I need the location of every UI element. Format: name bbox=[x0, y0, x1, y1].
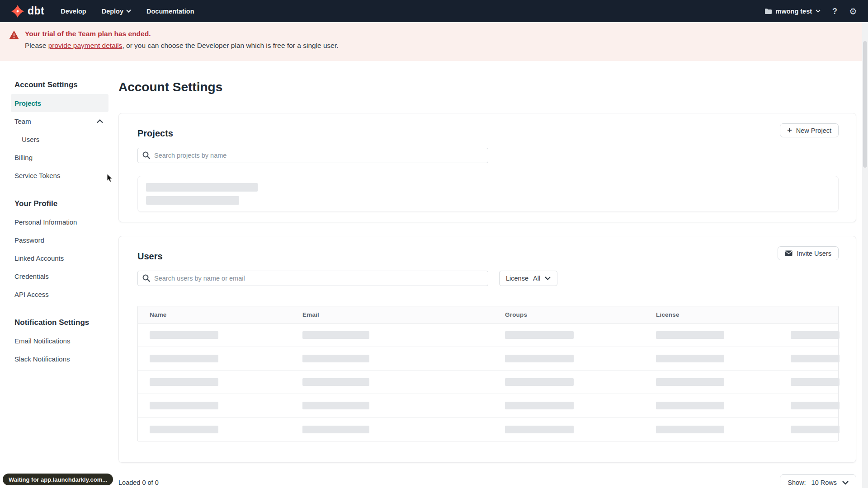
skeleton-bar bbox=[505, 426, 574, 433]
envelope-icon bbox=[785, 250, 793, 256]
sidebar-item-label: API Access bbox=[14, 291, 49, 298]
sidebar-item-billing[interactable]: Billing bbox=[11, 148, 108, 166]
nav-item-documentation[interactable]: Documentation bbox=[146, 8, 194, 15]
skeleton-bar bbox=[505, 378, 574, 386]
nav-item-develop[interactable]: Develop bbox=[61, 8, 86, 15]
cell-name bbox=[138, 331, 302, 339]
sidebar-item-projects[interactable]: Projects bbox=[11, 94, 108, 112]
provide-payment-details-link[interactable]: provide payment details bbox=[48, 42, 123, 49]
skeleton-bar bbox=[791, 331, 840, 339]
nav-right: mwong test ? ⚙ bbox=[764, 7, 858, 16]
new-project-button[interactable]: + New Project bbox=[780, 123, 839, 137]
sidebar-item-label: Team bbox=[14, 117, 31, 125]
column-header-email: Email bbox=[302, 311, 505, 318]
invite-users-button[interactable]: Invite Users bbox=[778, 246, 839, 260]
table-row bbox=[138, 394, 838, 418]
chevron-down-icon bbox=[126, 9, 131, 13]
skeleton-bar bbox=[656, 355, 724, 362]
cell-name bbox=[138, 426, 302, 433]
nav-item-deploy[interactable]: Deploy bbox=[102, 8, 131, 15]
skeleton-bar bbox=[791, 355, 840, 362]
settings-sidebar: Account Settings Projects Team Users Bil… bbox=[11, 76, 108, 378]
project-skeleton-card bbox=[137, 176, 839, 212]
search-icon bbox=[142, 274, 150, 282]
sidebar-item-service-tokens[interactable]: Service Tokens bbox=[11, 166, 108, 184]
sidebar-item-label: Slack Notifications bbox=[14, 355, 70, 363]
cell-name bbox=[138, 355, 302, 362]
dbt-logo-icon bbox=[11, 5, 24, 18]
sidebar-item-slack-notifications[interactable]: Slack Notifications bbox=[11, 350, 108, 368]
skeleton-bar bbox=[505, 355, 574, 362]
folder-icon bbox=[764, 8, 772, 14]
cell-license bbox=[656, 331, 791, 339]
sidebar-item-users[interactable]: Users bbox=[11, 130, 108, 148]
skeleton-bar bbox=[146, 183, 258, 192]
sidebar-item-label: Service Tokens bbox=[14, 172, 60, 179]
sidebar-item-team[interactable]: Team bbox=[11, 112, 108, 130]
cell-groups bbox=[505, 402, 656, 409]
skeleton-bar bbox=[505, 331, 574, 339]
users-search-input[interactable] bbox=[137, 271, 488, 286]
users-search bbox=[137, 271, 488, 286]
skeleton-bar bbox=[150, 402, 218, 409]
sidebar-item-linked-accounts[interactable]: Linked Accounts bbox=[11, 249, 108, 267]
skeleton-bar bbox=[656, 426, 724, 433]
invite-users-label: Invite Users bbox=[797, 250, 831, 257]
skeleton-bar bbox=[302, 331, 369, 339]
nav-item-label: Develop bbox=[61, 8, 86, 15]
new-project-label: New Project bbox=[796, 127, 831, 134]
chevron-up-icon bbox=[97, 119, 103, 123]
skeleton-bar bbox=[302, 402, 369, 409]
skeleton-bar bbox=[656, 378, 724, 386]
cell-license bbox=[656, 378, 791, 386]
cell-groups bbox=[505, 426, 656, 433]
skeleton-bar bbox=[302, 355, 369, 362]
cell-actions bbox=[791, 331, 840, 339]
cell-groups bbox=[505, 378, 656, 386]
dbt-logo-text: dbt bbox=[28, 5, 44, 17]
skeleton-bar bbox=[146, 196, 239, 205]
users-card: Users Invite Users License bbox=[118, 236, 856, 463]
sidebar-item-email-notifications[interactable]: Email Notifications bbox=[11, 332, 108, 350]
banner-text: Your trial of the Team plan has ended. P… bbox=[25, 30, 339, 61]
scrollbar[interactable] bbox=[862, 22, 868, 488]
table-row bbox=[138, 347, 838, 371]
cell-groups bbox=[505, 355, 656, 362]
dbt-logo[interactable]: dbt bbox=[11, 5, 44, 18]
column-header-groups: Groups bbox=[505, 311, 656, 318]
banner-body: Please provide payment details, or you c… bbox=[25, 42, 339, 50]
users-table: Name Email Groups License bbox=[137, 306, 839, 441]
projects-search bbox=[137, 148, 488, 163]
search-icon bbox=[142, 151, 150, 159]
scrollbar-thumb[interactable] bbox=[863, 41, 867, 168]
sidebar-item-label: Linked Accounts bbox=[14, 254, 64, 262]
column-header-license: License bbox=[656, 311, 791, 318]
table-row bbox=[138, 324, 838, 347]
sidebar-item-label: Billing bbox=[14, 154, 33, 161]
gear-icon[interactable]: ⚙ bbox=[849, 7, 857, 16]
sidebar-section-account-settings: Account Settings Projects Team Users Bil… bbox=[11, 76, 108, 184]
license-filter-value: All bbox=[533, 275, 540, 282]
sidebar-item-api-access[interactable]: API Access bbox=[11, 285, 108, 303]
sidebar-item-password[interactable]: Password bbox=[11, 231, 108, 249]
table-row bbox=[138, 418, 838, 441]
warning-icon bbox=[9, 30, 19, 39]
skeleton-bar bbox=[150, 378, 218, 386]
skeleton-bar bbox=[150, 426, 218, 433]
rows-per-page-dropdown[interactable]: Show: 10 Rows bbox=[780, 474, 856, 488]
help-icon[interactable]: ? bbox=[832, 7, 837, 15]
show-value: 10 Rows bbox=[811, 479, 837, 486]
cell-license bbox=[656, 426, 791, 433]
projects-search-input[interactable] bbox=[137, 148, 488, 163]
cell-license bbox=[656, 402, 791, 409]
banner-body-prefix: Please bbox=[25, 42, 48, 49]
nav-item-label: Deploy bbox=[102, 8, 123, 15]
browser-status-bubble: Waiting for app.launchdarkly.com... bbox=[3, 474, 113, 485]
skeleton-bar bbox=[302, 378, 369, 386]
license-filter-dropdown[interactable]: License All bbox=[499, 271, 557, 286]
sidebar-item-credentials[interactable]: Credentials bbox=[11, 267, 108, 285]
sidebar-item-personal-information[interactable]: Personal Information bbox=[11, 213, 108, 231]
skeleton-bar bbox=[302, 426, 369, 433]
sidebar-item-label: Password bbox=[14, 236, 44, 244]
account-switcher[interactable]: mwong test bbox=[764, 8, 821, 15]
